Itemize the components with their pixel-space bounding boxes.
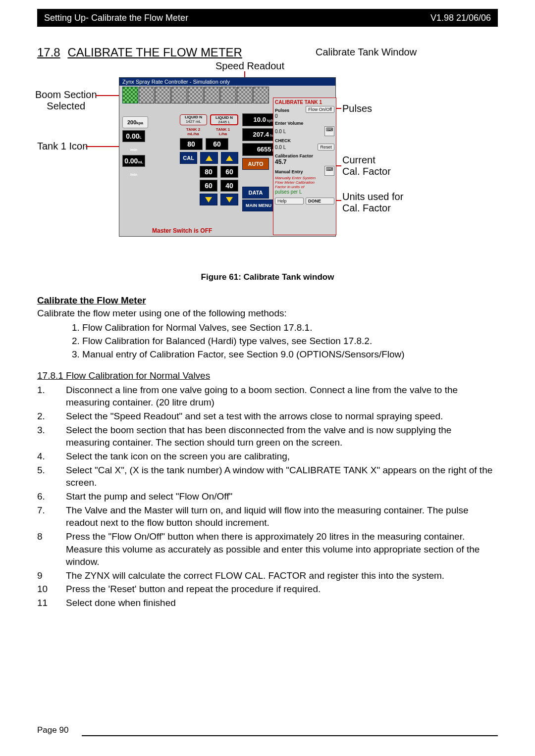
body-heading: Calibrate the Flow Meter (37, 294, 498, 307)
figure-wrap: Speed Readout Calibrate Tank Window Boom… (37, 60, 498, 268)
master-switch-status: Master Switch is OFF (152, 227, 212, 234)
tank1-rate-min: 40 (220, 180, 238, 192)
speed-readout[interactable]: 10.0kph. (242, 113, 277, 126)
boom-section[interactable] (188, 87, 204, 103)
reset-button[interactable]: Reset (318, 144, 334, 151)
tank2-rate: 80 (200, 166, 217, 178)
tank2-vol: 1427 mL (180, 119, 207, 124)
rate-up[interactable] (200, 152, 217, 164)
rate-down[interactable] (220, 194, 238, 205)
flow-on-off-button[interactable]: Flow On/Off (306, 106, 334, 113)
boom-section[interactable] (253, 87, 269, 103)
area-readout: 207.4ha (242, 128, 277, 141)
tank-columns: LIQUID N 1427 mL LIQUID N 2445 L TANK 2 … (180, 114, 238, 207)
boom-section[interactable] (139, 87, 155, 103)
body-para: Calibrate the flow meter using one of th… (37, 307, 498, 320)
callout-calfac: Current Cal. Factor (342, 154, 391, 177)
tank2-icon[interactable]: LIQUID N 1427 mL (180, 114, 207, 125)
flow1-val: 0.00 (126, 132, 139, 140)
method-item: 3. Manual entry of Calibration Factor, s… (72, 348, 498, 361)
tank2-hdr: LIQUID N (180, 115, 207, 119)
callout-units: Units used for Cal. Factor (342, 191, 403, 214)
callout-tankwin: Calibrate Tank Window (316, 47, 417, 58)
boom-section[interactable] (237, 87, 253, 103)
enter-volume-label: Enter Volume (275, 121, 334, 126)
pulses-value: 0 (275, 113, 334, 119)
subsection-heading: 17.8.1 Flow Calibration for Normal Valve… (37, 369, 498, 382)
boom-section[interactable] (171, 87, 187, 103)
boom-section[interactable] (204, 87, 220, 103)
kpa-val: 200 (127, 119, 136, 125)
pressure-readout[interactable]: 200kpa (122, 116, 148, 128)
tank1-hdr: LIQUID N (211, 115, 237, 120)
check-value: 0.0 (275, 145, 282, 150)
flow2-val: 0.00 (124, 157, 138, 165)
cal-units: pulses per L (275, 189, 334, 195)
keypad-icon[interactable]: ⌨ (324, 166, 334, 176)
auto-button[interactable]: AUTO (242, 158, 269, 170)
boom-section[interactable] (220, 87, 236, 103)
callout-boom: Boom Section Selected (35, 89, 97, 112)
kpa-unit: kpa (136, 121, 143, 125)
pulses-label: Pulses (275, 108, 289, 113)
tank2-rate-set: 80 (180, 138, 203, 150)
cal-button[interactable]: CAL (180, 152, 197, 164)
header-left: Setting Up- Calibrate the Flow Meter (44, 9, 188, 27)
readout-column: 10.0kph. 207.4ha 6655L AUTO DATA MAIN ME… (242, 113, 277, 212)
section-title: 17.8 CALIBRATE THE FLOW METER (37, 46, 498, 59)
figure-caption: Figure 61: Calibrate Tank window (37, 272, 498, 282)
check-label: CHECK (275, 138, 334, 143)
screenshot-panel: Zynx Spray Rate Controller - Simulation … (119, 77, 336, 237)
section-text: CALIBRATE THE FLOW METER (67, 46, 242, 59)
tank1-label: TANK 1 L/ha (210, 127, 236, 136)
cal-factor-label: Calibration Factor (275, 153, 334, 158)
callout-tank1: Tank 1 Icon (37, 141, 88, 152)
tank1-rate-set: 60 (206, 138, 228, 150)
volume-readout: 6655L (242, 143, 277, 156)
help-button[interactable]: Help (275, 198, 304, 204)
left-column: 0.00L /min 0.00mL /min (122, 130, 178, 169)
method-item: 2. Flow Calibration for Balanced (Hardi)… (72, 335, 498, 348)
manual-entry-label: Manual Entry (275, 169, 303, 174)
enter-volume-value: 0.0 (275, 129, 282, 134)
page-header: Setting Up- Calibrate the Flow Meter V1.… (37, 9, 498, 27)
done-button[interactable]: DONE (306, 198, 334, 204)
mainmenu-button[interactable]: MAIN MENU (242, 200, 275, 211)
page-footer: Page 90 (37, 725, 498, 736)
tank1-icon[interactable]: LIQUID N 2445 L (210, 114, 238, 125)
rate-down[interactable] (200, 194, 217, 205)
page-number: Page 90 (37, 725, 68, 735)
boom-section[interactable] (155, 87, 171, 103)
tank2-label: TANK 2 mL/ha (180, 127, 207, 136)
callout-speed: Speed Readout (215, 60, 284, 72)
boom-section[interactable] (122, 87, 138, 103)
calibrate-tank-window: CALIBRATE TANK 1 PulsesFlow On/Off 0 Ent… (273, 98, 336, 235)
header-right: V1.98 21/06/06 (430, 9, 491, 27)
tank2-rate-min: 60 (200, 180, 217, 192)
cal-note: Manually Enter System Flow Meter Calibra… (275, 176, 334, 189)
enter-volume-unit: L (283, 129, 286, 134)
section-number: 17.8 (37, 46, 60, 59)
steps-list: 1.Disconnect a line from one valve going… (37, 383, 498, 610)
cal-factor-value: 45.7 (275, 158, 334, 165)
rate-up[interactable] (221, 152, 238, 164)
data-button[interactable]: DATA (242, 187, 269, 199)
callout-pulses: Pulses (342, 103, 372, 114)
window-titlebar: Zynx Spray Rate Controller - Simulation … (119, 78, 335, 86)
footer-rule (82, 735, 498, 736)
tank1-vol: 2445 L (211, 120, 237, 124)
check-unit: L (283, 145, 286, 150)
tank1-rate: 60 (220, 166, 238, 178)
cal-header: CALIBRATE TANK 1 (275, 100, 334, 105)
keypad-icon[interactable]: ⌨ (324, 126, 334, 136)
body-text: Calibrate the Flow Meter Calibrate the f… (37, 294, 498, 610)
method-list: 1. Flow Calibration for Normal Valves, s… (72, 321, 498, 360)
method-item: 1. Flow Calibration for Normal Valves, s… (72, 321, 498, 334)
